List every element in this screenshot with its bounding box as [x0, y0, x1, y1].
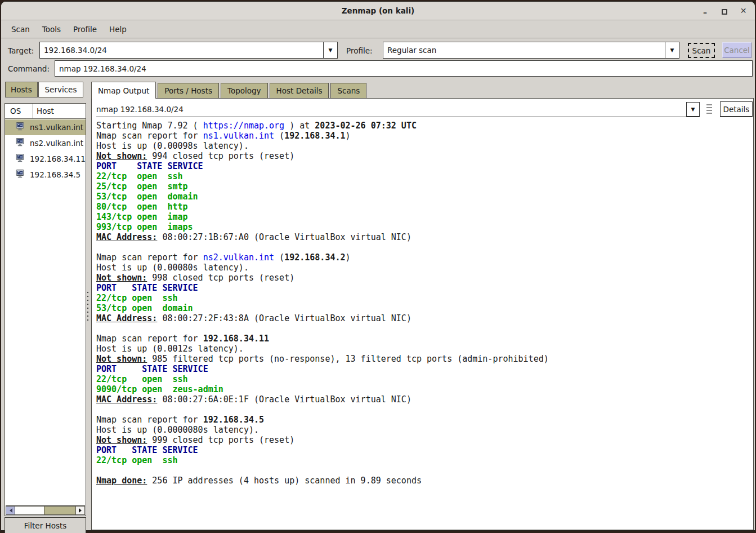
filter-hosts-button[interactable]: Filter Hosts	[5, 517, 86, 533]
host-row[interactable]: ns1.vulkan.int	[5, 119, 86, 135]
menubar: Scan Tools Profile Help	[1, 21, 755, 38]
host-name: 192.168.34.11	[30, 154, 86, 163]
scan-selector-value[interactable]: nmap 192.168.34.0/24	[96, 102, 686, 117]
scrollbar-track[interactable]	[44, 506, 75, 515]
menu-help[interactable]: Help	[103, 22, 133, 37]
details-button[interactable]: Details	[720, 101, 753, 117]
profile-input[interactable]: Regular scan	[383, 46, 665, 55]
command-input[interactable]: nmap 192.168.34.0/24	[55, 60, 753, 77]
profile-dropdown-button[interactable]: ▼	[665, 42, 679, 58]
computer-icon	[5, 154, 25, 164]
output-link[interactable]: https://nmap.org	[203, 121, 285, 131]
column-header-os[interactable]: OS	[5, 104, 33, 118]
tab-scans[interactable]: Scans	[330, 83, 366, 99]
nmap-output-text[interactable]: Starting Nmap 7.92 ( https://nmap.org ) …	[96, 121, 752, 528]
target-input[interactable]: 192.168.34.0/24	[40, 46, 323, 55]
computer-icon	[5, 138, 25, 148]
target-combobox: 192.168.34.0/24 ▼	[39, 42, 338, 59]
target-dropdown-button[interactable]: ▼	[323, 42, 337, 58]
tab-services[interactable]: Services	[38, 82, 83, 97]
scrollbar-thumb[interactable]	[15, 506, 44, 515]
host-name: ns1.vulkan.int	[30, 123, 83, 132]
minimize-icon[interactable]: –	[701, 7, 709, 15]
titlebar[interactable]: Zenmap (on kali) – ✕	[1, 2, 755, 20]
host-name: 192.168.34.5	[30, 170, 80, 179]
column-header-host[interactable]: Host	[33, 104, 86, 118]
cancel-button[interactable]: Cancel	[722, 42, 751, 58]
tab-topology[interactable]: Topology	[221, 83, 268, 99]
computer-icon	[5, 170, 25, 180]
menu-scan[interactable]: Scan	[5, 22, 36, 37]
main-tabs: Nmap Output Ports / Hosts Topology Host …	[91, 82, 366, 99]
chevron-down-icon: ▼	[670, 47, 674, 53]
menu-profile[interactable]: Profile	[67, 22, 103, 37]
host-list-headers: OS Host	[5, 104, 86, 119]
host-row[interactable]: ns2.vulkan.int	[5, 135, 86, 151]
scan-selector-combobox: nmap 192.168.34.0/24 ▼	[96, 102, 700, 117]
host-name: ns2.vulkan.int	[30, 139, 83, 148]
chevron-down-icon: ▼	[329, 47, 333, 53]
host-list: ns1.vulkan.intns2.vulkan.int192.168.34.1…	[5, 119, 86, 505]
paned-handle[interactable]	[87, 291, 89, 322]
tab-hosts[interactable]: Hosts	[5, 82, 38, 97]
command-label: Command:	[8, 64, 50, 73]
tab-ports-hosts[interactable]: Ports / Hosts	[158, 83, 219, 99]
host-row[interactable]: 192.168.34.5	[5, 167, 86, 183]
output-link[interactable]: ns2.vulkan.int	[203, 252, 274, 263]
menu-tools[interactable]: Tools	[36, 22, 67, 37]
window-title: Zenmap (on kali)	[342, 6, 414, 15]
scroll-left-icon[interactable]	[6, 506, 15, 515]
profile-label: Profile:	[346, 46, 373, 55]
tab-host-details[interactable]: Host Details	[270, 83, 329, 99]
menubar-separator	[1, 38, 755, 38]
host-list-panel: OS Host ns1.vulkan.intns2.vulkan.int192.…	[5, 103, 86, 516]
tab-nmap-output[interactable]: Nmap Output	[91, 82, 156, 99]
maximize-icon[interactable]	[721, 7, 728, 15]
horizontal-scrollbar[interactable]	[6, 505, 85, 515]
window-controls: – ✕	[701, 2, 747, 20]
nmap-output-panel: nmap 192.168.34.0/24 ▼ Details Starting …	[91, 98, 754, 530]
zenmap-window: Zenmap (on kali) – ✕ Scan Tools Profile …	[1, 1, 755, 531]
scan-button[interactable]: Scan	[688, 43, 715, 58]
toolbar-grip[interactable]	[706, 104, 712, 116]
target-label: Target:	[8, 46, 34, 55]
computer-icon	[5, 122, 25, 132]
host-row[interactable]: 192.168.34.11	[5, 151, 86, 167]
output-link[interactable]: ns1.vulkan.int	[203, 131, 274, 141]
chevron-down-icon: ▼	[691, 106, 695, 112]
profile-combobox: Regular scan ▼	[383, 42, 679, 59]
scroll-right-icon[interactable]	[75, 506, 85, 515]
close-icon[interactable]: ✕	[740, 7, 747, 15]
scan-selector-dropdown-button[interactable]: ▼	[686, 102, 700, 117]
